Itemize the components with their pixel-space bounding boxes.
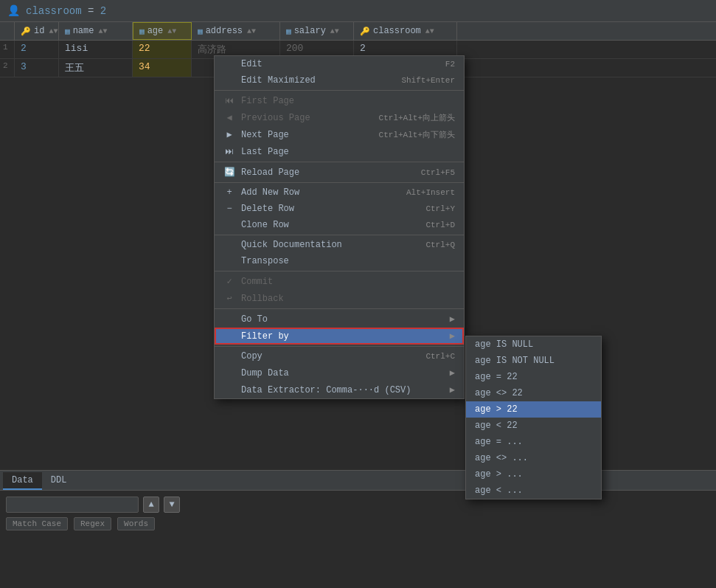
separator	[215, 235, 464, 235]
menu-label-prev-page: Previous Page	[241, 113, 310, 123]
col-header-classroom[interactable]: 🔑 classroom ▲▼	[354, 22, 457, 40]
col-classroom-label: classroom	[373, 26, 421, 36]
top-bar: 👤 classroom = 2	[0, 0, 716, 22]
cell-id-1[interactable]: 2	[15, 41, 59, 58]
filter-label-eq-22: age = 22	[475, 372, 518, 382]
regex-chip[interactable]: Regex	[74, 517, 111, 530]
menu-label-data-extractor: Data Extractor: Comma-···d (CSV)	[241, 385, 411, 395]
goto-arrow: ▶	[450, 314, 455, 325]
dump-arrow: ▶	[450, 367, 455, 378]
menu-item-quick-doc[interactable]: Quick Documentation Ctrl+Q	[215, 237, 464, 253]
tab-ddl[interactable]: DDL	[42, 472, 76, 490]
row-num-2: 2	[0, 59, 15, 77]
col-header-name[interactable]: ▦ name ▲▼	[59, 22, 133, 40]
menu-item-next-page[interactable]: ▶ Next Page Ctrl+Alt+向下箭头	[215, 126, 464, 143]
words-label: Words	[124, 519, 148, 528]
col-address-label: address	[206, 26, 243, 36]
sort-icon-classroom[interactable]: ▲▼	[425, 27, 434, 35]
menu-label-clone-row: Clone Row	[241, 220, 289, 230]
filter-item-lt-dots[interactable]: age < ...	[466, 482, 601, 499]
menu-item-clone-row[interactable]: Clone Row Ctrl+D	[215, 217, 464, 233]
filter-label-is-not-null: age IS NOT NULL	[475, 356, 555, 366]
filter-label-lt-22: age < 22	[475, 421, 518, 431]
table-header: 🔑 id ▲▼ ▦ name ▲▼ ▦ age ▲▼ ▦ address ▲▼ …	[0, 22, 716, 41]
filter-options: Match Case Regex Words	[6, 517, 710, 530]
menu-item-dump-data[interactable]: Dump Data ▶	[215, 364, 464, 381]
menu-item-prev-page: ◀ Previous Page Ctrl+Alt+向上箭头	[215, 109, 464, 126]
col-header-salary[interactable]: ▦ salary ▲▼	[280, 22, 354, 40]
menu-shortcut-copy: Ctrl+C	[425, 352, 455, 361]
cell-name-2[interactable]: 王五	[59, 59, 133, 77]
menu-item-transpose[interactable]: Transpose	[215, 253, 464, 269]
top-bar-title: classroom = 2	[26, 5, 106, 17]
scroll-down-button[interactable]: ▼	[164, 497, 180, 513]
col-icon-address: ▦	[198, 27, 203, 36]
filter-item-gt-22[interactable]: age > 22	[466, 401, 601, 418]
last-page-icon: ⏭	[223, 146, 235, 157]
sort-icon-name[interactable]: ▲▼	[98, 27, 107, 35]
filter-item-eq-22[interactable]: age = 22	[466, 369, 601, 385]
col-icon-age: ▦	[139, 27, 145, 36]
words-chip[interactable]: Words	[117, 517, 155, 530]
separator	[215, 308, 464, 309]
cell-age-1[interactable]: 22	[133, 41, 192, 58]
col-header-id[interactable]: 🔑 id ▲▼	[15, 22, 59, 40]
cell-id-2[interactable]: 3	[15, 59, 59, 77]
cell-name-1[interactable]: lisi	[59, 41, 133, 58]
filter-label-eq-dots: age = ...	[475, 437, 523, 447]
col-name-label: name	[73, 26, 94, 36]
menu-item-last-page[interactable]: ⏭ Last Page	[215, 143, 464, 160]
menu-shortcut-edit-max: Shift+Enter	[401, 76, 455, 85]
menu-item-reload[interactable]: 🔄 Reload Page Ctrl+F5	[215, 164, 464, 181]
sort-icon-age[interactable]: ▲▼	[167, 27, 176, 35]
menu-item-goto[interactable]: Go To ▶	[215, 311, 464, 328]
menu-item-filter-by[interactable]: Filter by ▶	[215, 328, 464, 345]
reload-icon: 🔄	[223, 167, 235, 178]
menu-label-edit-max: Edit Maximized	[241, 75, 316, 86]
menu-item-copy[interactable]: Copy Ctrl+C	[215, 348, 464, 364]
row-num-header	[0, 22, 15, 40]
menu-label-first-page: First Page	[241, 96, 294, 106]
menu-label-delete-row: Delete Row	[241, 204, 294, 214]
filter-item-is-null[interactable]: age IS NULL	[466, 336, 601, 353]
sort-icon-id[interactable]: ▲▼	[49, 27, 58, 35]
tab-data[interactable]: Data	[3, 472, 42, 490]
match-case-chip[interactable]: Match Case	[6, 517, 68, 530]
col-header-address[interactable]: ▦ address ▲▼	[192, 22, 280, 40]
cell-age-2[interactable]: 34	[133, 59, 192, 77]
menu-item-edit[interactable]: Edit F2	[215, 56, 464, 72]
delete-row-icon: −	[223, 204, 235, 214]
sort-icon-address[interactable]: ▲▼	[247, 27, 256, 35]
col-header-age[interactable]: ▦ age ▲▼	[133, 22, 192, 40]
extractor-arrow: ▶	[450, 384, 455, 395]
filter-item-gt-dots[interactable]: age > ...	[466, 466, 601, 482]
filter-label-lt-dots: age < ...	[475, 485, 523, 496]
menu-item-edit-maximized[interactable]: Edit Maximized Shift+Enter	[215, 72, 464, 89]
menu-item-add-row[interactable]: + Add New Row Alt+Insert	[215, 184, 464, 201]
separator	[215, 182, 464, 183]
menu-label-quick-doc: Quick Documentation	[241, 240, 342, 250]
search-input[interactable]	[6, 497, 139, 513]
filter-item-neq-22[interactable]: age <> 22	[466, 385, 601, 401]
menu-shortcut-clone-row: Ctrl+D	[425, 221, 455, 229]
user-icon: 👤	[7, 4, 20, 17]
filter-item-is-not-null[interactable]: age IS NOT NULL	[466, 353, 601, 369]
separator	[215, 271, 464, 271]
col-salary-label: salary	[294, 26, 326, 36]
filter-item-eq-dots[interactable]: age = ...	[466, 434, 601, 450]
menu-label-edit: Edit	[241, 59, 263, 69]
menu-label-copy: Copy	[241, 351, 263, 362]
separator	[215, 162, 464, 162]
menu-label-commit: Commit	[241, 277, 273, 287]
menu-shortcut-reload: Ctrl+F5	[421, 168, 455, 177]
scroll-up-button[interactable]: ▲	[143, 497, 159, 513]
filter-label-gt-dots: age > ...	[475, 469, 523, 480]
filter-item-neq-dots[interactable]: age <> ...	[466, 450, 601, 466]
menu-item-delete-row[interactable]: − Delete Row Ctrl+Y	[215, 201, 464, 217]
sort-icon-salary[interactable]: ▲▼	[330, 27, 339, 35]
menu-item-rollback: ↩ Rollback	[215, 290, 464, 307]
filter-item-lt-22[interactable]: age < 22	[466, 418, 601, 434]
context-menu: Edit F2 Edit Maximized Shift+Enter ⏮ Fir…	[214, 55, 465, 399]
title-text: classroom	[26, 5, 82, 17]
menu-item-data-extractor[interactable]: Data Extractor: Comma-···d (CSV) ▶	[215, 381, 464, 398]
